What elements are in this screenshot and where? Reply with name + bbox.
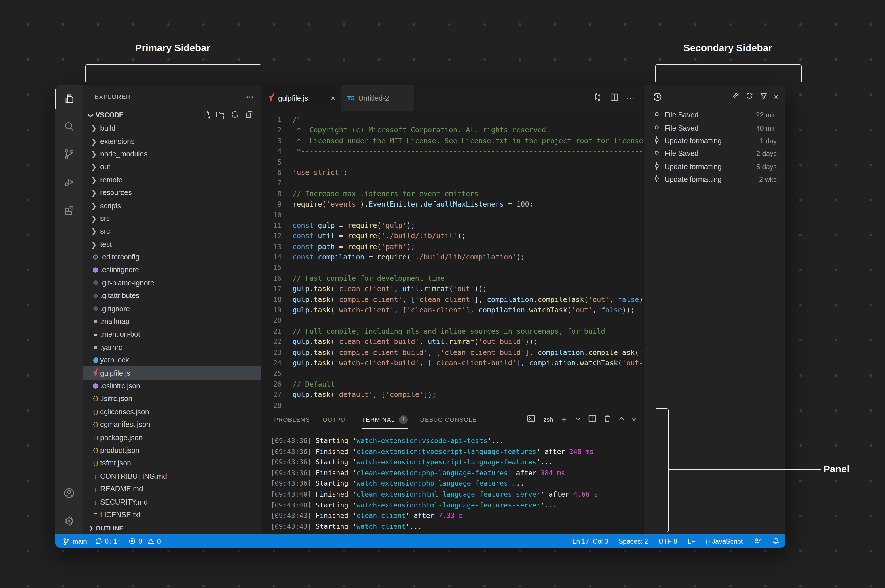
extensions-icon[interactable] bbox=[55, 196, 83, 223]
tree-row-.eslintignore[interactable]: .eslintignore bbox=[83, 264, 261, 277]
tree-row-product.json[interactable]: product.json bbox=[83, 444, 261, 457]
timeline-item[interactable]: Update formatting5 days bbox=[644, 160, 786, 173]
timeline-item[interactable]: File Saved40 min bbox=[644, 122, 786, 135]
sync-status[interactable]: 0↓ 1↑ bbox=[95, 537, 120, 545]
code-line: 6'use strict'; bbox=[262, 167, 643, 178]
source-control-icon[interactable] bbox=[55, 140, 83, 168]
tree-row-extensions[interactable]: ❯extensions bbox=[83, 135, 261, 148]
tree-row-resources[interactable]: ❯resources bbox=[83, 186, 261, 200]
tab-gulpfile[interactable]: gulpfile.js × bbox=[262, 85, 342, 111]
tree-row-.gitignore[interactable]: .gitignore bbox=[83, 302, 261, 315]
maximize-panel-icon[interactable] bbox=[618, 414, 625, 424]
tree-row-CONTRIBUTING.md[interactable]: CONTRIBUTING.md bbox=[83, 470, 261, 483]
new-folder-icon[interactable] bbox=[216, 110, 225, 120]
code-line: 13const path = require('path'); bbox=[262, 242, 643, 252]
panel-tab-problems[interactable]: PROBLEMS bbox=[274, 416, 310, 423]
kill-terminal-icon[interactable] bbox=[603, 414, 611, 425]
tree-row-scripts[interactable]: ❯scripts bbox=[83, 200, 261, 212]
explorer-icon[interactable] bbox=[55, 85, 83, 113]
close-panel-icon[interactable]: × bbox=[632, 415, 636, 424]
tree-row-tsfmt.json[interactable]: tsfmt.json bbox=[83, 457, 261, 470]
timeline-item[interactable]: Update formatting1 day bbox=[644, 135, 786, 148]
outline-section-header[interactable]: ❯ OUTLINE bbox=[83, 520, 261, 534]
search-icon[interactable] bbox=[55, 113, 83, 140]
refresh-explorer-icon[interactable] bbox=[230, 110, 239, 120]
feedback-icon[interactable] bbox=[753, 537, 762, 546]
tree-row-package.json[interactable]: package.json bbox=[83, 431, 261, 444]
new-file-icon[interactable] bbox=[202, 110, 211, 120]
collapse-all-icon[interactable] bbox=[245, 110, 254, 120]
code-editor[interactable]: 1/*-------------------------------------… bbox=[262, 111, 643, 408]
terminal-output[interactable]: [09:43:36] Starting 'watch-extension:vsc… bbox=[262, 430, 643, 534]
timeline-item[interactable]: File Saved2 days bbox=[644, 147, 786, 160]
close-icon[interactable]: × bbox=[774, 92, 778, 101]
panel-tab-debug-console[interactable]: DEBUG CONSOLE bbox=[420, 416, 477, 423]
timeline-item[interactable]: File Saved22 min bbox=[644, 109, 786, 122]
split-editor-icon[interactable] bbox=[610, 92, 619, 104]
tree-row-node_modules[interactable]: ❯node_modules bbox=[83, 148, 261, 161]
branch-status[interactable]: main bbox=[62, 537, 87, 545]
split-terminal-icon[interactable] bbox=[588, 414, 596, 425]
code-text: * Licensed under the MIT License. See Li… bbox=[281, 136, 643, 146]
terminal-dropdown-icon[interactable] bbox=[575, 414, 581, 424]
refresh-icon[interactable] bbox=[745, 91, 754, 102]
code-line: 8// Increase max listeners for event emi… bbox=[262, 188, 643, 199]
editor-tab-bar: gulpfile.js × TS Untitled-2 ⋯ bbox=[262, 85, 643, 111]
eslint-file-icon bbox=[91, 381, 100, 391]
tree-item-label: src bbox=[100, 228, 110, 236]
tree-row-.gitattributes[interactable]: .gitattributes bbox=[83, 290, 261, 302]
settings-gear-icon[interactable]: ⚙ bbox=[55, 507, 83, 534]
panel-tab-output[interactable]: OUTPUT bbox=[323, 416, 349, 423]
status-item--javascript[interactable]: {} JavaScript bbox=[706, 538, 743, 544]
tree-row-yarn.lock[interactable]: yarn.lock bbox=[83, 354, 261, 367]
tree-item-label: extensions bbox=[100, 137, 135, 145]
tree-row-.eslintrc.json[interactable]: .eslintrc.json bbox=[83, 380, 261, 393]
tree-row-.mention-bot[interactable]: .mention-bot bbox=[83, 328, 261, 341]
tree-row-.editorconfig[interactable]: .editorconfig bbox=[83, 251, 261, 264]
new-terminal-icon[interactable]: ＋ bbox=[560, 414, 568, 425]
json-file-icon bbox=[91, 420, 100, 429]
status-item-spaces-2[interactable]: Spaces: 2 bbox=[619, 538, 648, 544]
tree-row-cglicenses.json[interactable]: cglicenses.json bbox=[83, 405, 261, 418]
explorer-more-actions-icon[interactable]: ⋯ bbox=[246, 92, 254, 101]
panel-tab-terminal[interactable]: TERMINAL1 bbox=[362, 415, 407, 424]
tab-untitled[interactable]: TS Untitled-2 bbox=[342, 85, 415, 111]
status-item-lf[interactable]: LF bbox=[688, 538, 695, 544]
status-item-ln-17-col-3[interactable]: Ln 17, Col 3 bbox=[572, 538, 608, 544]
timeline-item[interactable]: Update formatting2 wks bbox=[644, 173, 786, 186]
tree-row-.git-blame-ignore[interactable]: .git-blame-ignore bbox=[83, 276, 261, 290]
status-item-utf-8[interactable]: UTF-8 bbox=[658, 538, 677, 544]
tree-row-src[interactable]: ❯src bbox=[83, 225, 261, 238]
secondary-sidebar-annotation-label: Secondary Sidebar bbox=[655, 43, 800, 54]
pin-icon[interactable] bbox=[731, 91, 739, 102]
tree-row-README.md[interactable]: README.md bbox=[83, 483, 261, 496]
workspace-section-header[interactable]: ❯ VSCODE bbox=[83, 108, 261, 122]
line-number: 26 bbox=[262, 379, 281, 390]
account-icon[interactable] bbox=[55, 479, 83, 507]
tree-row-.mailmap[interactable]: .mailmap bbox=[83, 315, 261, 328]
close-icon[interactable]: × bbox=[331, 94, 335, 102]
tree-row-out[interactable]: ❯out bbox=[83, 160, 261, 174]
problems-status[interactable]: 0 0 bbox=[129, 537, 161, 545]
run-debug-icon[interactable] bbox=[55, 168, 83, 196]
filter-icon[interactable] bbox=[760, 91, 768, 102]
tree-row-.lsifrc.json[interactable]: .lsifrc.json bbox=[83, 392, 261, 405]
tree-item-label: cglicenses.json bbox=[100, 408, 149, 416]
timeline-history-icon[interactable] bbox=[650, 89, 664, 104]
more-actions-icon[interactable]: ⋯ bbox=[626, 93, 635, 103]
tree-row-src[interactable]: ❯src bbox=[83, 212, 261, 225]
tree-row-cgmanifest.json[interactable]: cgmanifest.json bbox=[83, 418, 261, 431]
notifications-bell-icon[interactable] bbox=[772, 537, 780, 546]
tree-row-gulpfile.js[interactable]: gulpfile.js bbox=[83, 367, 261, 380]
tree-row-SECURITY.md[interactable]: SECURITY.md bbox=[83, 496, 261, 508]
compare-changes-icon[interactable] bbox=[593, 92, 602, 104]
code-line: 26// Default bbox=[262, 379, 643, 390]
tree-row-test[interactable]: ❯test bbox=[83, 238, 261, 251]
shell-name[interactable]: zsh bbox=[543, 416, 553, 423]
tree-row-.yarnrc[interactable]: .yarnrc bbox=[83, 341, 261, 354]
terminal-line: [09:43:40] Starting 'watch-extension:htm… bbox=[271, 500, 643, 510]
tree-row-build[interactable]: ❯build bbox=[83, 122, 261, 135]
file-tree[interactable]: ❯build❯extensions❯node_modules❯out❯remot… bbox=[83, 122, 261, 520]
tree-row-LICENSE.txt[interactable]: LICENSE.txt bbox=[83, 508, 261, 520]
tree-row-remote[interactable]: ❯remote bbox=[83, 174, 261, 186]
